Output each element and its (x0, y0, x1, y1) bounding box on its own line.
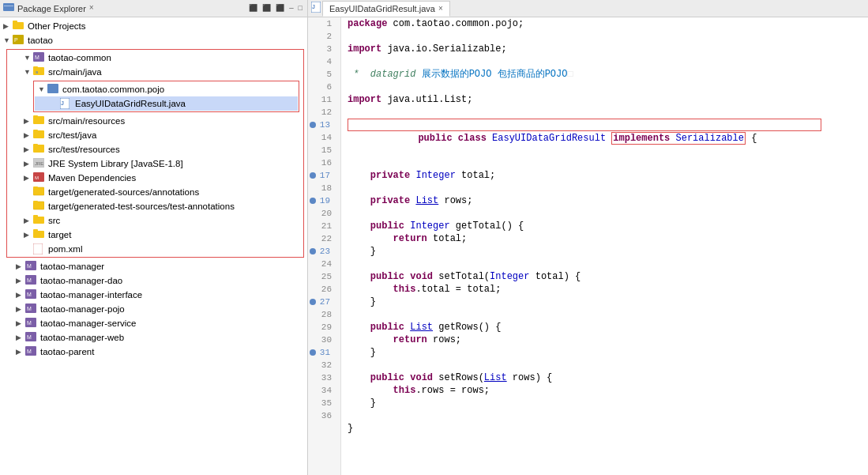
expand-arrow: ▶ (24, 160, 33, 168)
code-line-30 (348, 359, 862, 371)
package-icon (47, 84, 60, 95)
panel-toolbar: ⬛ ⬛ ⬛ — □ (247, 4, 304, 13)
svg-text:J: J (312, 4, 315, 9)
tree-item-label: target (48, 230, 71, 239)
svg-text:M: M (35, 175, 39, 180)
code-line-18 (348, 207, 862, 220)
svg-text:JRE: JRE (35, 161, 43, 166)
code-line-25: } (348, 296, 862, 308)
gutter-row: 4 (310, 55, 337, 68)
taotao-icon: M (25, 303, 38, 315)
tree-item-taotao-manager-pojo[interactable]: ▶ M taotao-manager-pojo (0, 302, 307, 316)
tree-item-taotao-manager-service[interactable]: ▶ M taotao-manager-service (0, 316, 307, 330)
line-num: 25 (319, 272, 332, 281)
toolbar-sync[interactable]: ⬛ (274, 4, 286, 13)
tree-item-pom[interactable]: pom.xml (8, 242, 302, 256)
tree-item-gen-sources[interactable]: target/generated-sources/annotations (8, 185, 302, 199)
code-line-1: package com.taotao.common.pojo; (348, 17, 862, 30)
tree-item-src-main-resources[interactable]: ▶ src/main/resources (8, 114, 302, 128)
gutter-row: 27 (310, 296, 337, 308)
code-line-35: } (348, 422, 862, 435)
tab-title: EasyUIDataGridResult.java (329, 4, 435, 13)
code-line-36 (348, 435, 862, 447)
source-folder-icon (33, 144, 46, 155)
code-line-23: public void setTotal(Integer total) { (348, 270, 862, 283)
tree-item-taotao-parent[interactable]: ▶ M taotao-parent (0, 345, 307, 359)
tree-item-taotao[interactable]: ▼ P taotao (0, 33, 307, 47)
breakpoint-marker (310, 122, 316, 128)
line-num: 15 (319, 145, 332, 155)
svg-rect-0 (3, 3, 14, 11)
code-line-33: } (348, 397, 862, 409)
code-line-29: } (348, 346, 862, 359)
tree-item-target[interactable]: ▶ target (8, 228, 302, 242)
tree-item-label: src (48, 216, 60, 225)
gutter-row: 20 (310, 207, 337, 220)
svg-text:J: J (61, 100, 64, 106)
tree-item-src-test-resources[interactable]: ▶ src/test/resources (8, 142, 302, 156)
tree-item-label: taotao-manager (40, 262, 104, 271)
panel-close-icon[interactable]: × (89, 4, 94, 13)
code-line-5: * datagrid 展示数据的POJO 包括商品的POJO□ (348, 68, 862, 81)
expand-arrow: ▶ (16, 334, 25, 341)
svg-rect-32 (33, 243, 43, 254)
tree-item-label: taotao-parent (40, 347, 94, 356)
tab-close-icon[interactable]: × (438, 4, 443, 13)
tree-item-other-projects[interactable]: ▶ Other Projects (0, 19, 307, 33)
project-icon: P (13, 35, 25, 46)
line-num: 32 (319, 360, 332, 370)
code-line-17: private List rows; (348, 194, 862, 207)
line-num: 1 (319, 19, 332, 28)
svg-text:M: M (35, 55, 39, 60)
tree-item-easy-ui[interactable]: J EasyUIDataGridResult.java (35, 96, 298, 111)
gutter-row: 28 (310, 308, 337, 321)
tree-item-label: src/test/resources (48, 145, 120, 154)
toolbar-link-editor[interactable]: ⬛ (261, 4, 272, 13)
package-explorer-tree: ▶ Other Projects ▼ P taotao (0, 17, 307, 475)
svg-rect-29 (33, 215, 38, 217)
tree-item-src[interactable]: ▶ src (8, 213, 302, 228)
tree-item-taotao-manager-interface[interactable]: ▶ M taotao-manager-interface (0, 288, 307, 302)
expand-arrow: ▶ (24, 217, 33, 224)
code-line-3: import java.io.Serializable; (348, 43, 862, 55)
tree-item-taotao-common[interactable]: ▼ M taotao-common (8, 51, 302, 65)
toolbar-collapse-all[interactable]: ⬛ (247, 4, 259, 13)
tree-item-label: Maven Dependencies (48, 173, 136, 183)
line-num: 29 (319, 322, 332, 332)
toolbar-minimize[interactable]: — (287, 5, 295, 13)
code-line-16 (348, 182, 862, 194)
line-num: 18 (319, 183, 332, 193)
tree-item-label: Other Projects (28, 21, 86, 31)
tree-item-taotao-manager-web[interactable]: ▶ M taotao-manager-web (0, 330, 307, 345)
tree-item-src-test-java[interactable]: ▶ src/test/java (8, 128, 302, 142)
code-area[interactable]: 1 2 3 4 5 (308, 17, 868, 475)
gutter-row: 3 (310, 43, 337, 55)
tree-item-label: taotao-manager-dao (40, 276, 122, 285)
tree-item-label: pom.xml (48, 244, 82, 254)
tree-item-maven[interactable]: ▶ M Maven Dependencies (8, 171, 302, 185)
tree-item-label: taotao-manager-pojo (40, 304, 125, 314)
tree-item-taotao-manager-dao[interactable]: ▶ M taotao-manager-dao (0, 273, 307, 288)
code-content[interactable]: package com.taotao.common.pojo; import j… (341, 17, 868, 475)
svg-text:M: M (27, 320, 32, 326)
gutter-row: 19 (310, 194, 337, 207)
tree-item-src-main-java[interactable]: ▼ s src/main/java (8, 65, 302, 79)
toolbar-maximize[interactable]: □ (297, 5, 304, 13)
code-line-4 (348, 55, 862, 68)
tree-item-gen-test-sources[interactable]: target/generated-test-sources/test-annot… (8, 199, 302, 213)
tree-item-taotao-manager[interactable]: ▶ M taotao-manager (0, 259, 307, 273)
svg-text:M: M (27, 306, 32, 311)
code-line-34 (348, 409, 862, 422)
svg-text:M: M (27, 292, 32, 297)
tree-item-jre[interactable]: ▶ JRE JRE System Library [JavaSE-1.8] (8, 156, 302, 171)
gutter-row: 24 (310, 258, 337, 270)
code-line-31: public void setRows(List rows) { (348, 371, 862, 384)
taotao-icon: M (25, 289, 38, 300)
svg-text:M: M (27, 334, 32, 340)
svg-rect-17 (33, 130, 38, 132)
svg-rect-3 (13, 21, 17, 23)
tree-item-pkg[interactable]: ▼ com.taotao.common.pojo (35, 82, 298, 96)
editor-tab[interactable]: EasyUIDataGridResult.java × (322, 1, 450, 17)
svg-rect-30 (33, 231, 44, 238)
gutter-row: 6 (310, 81, 337, 93)
